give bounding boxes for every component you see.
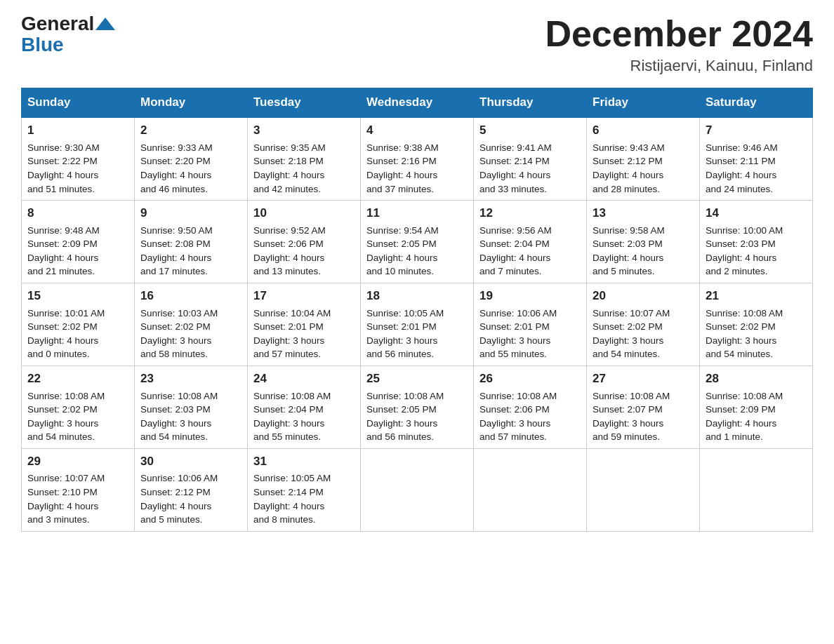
calendar-cell: 17Sunrise: 10:04 AMSunset: 2:01 PMDaylig… <box>248 283 361 365</box>
day-info-line: Sunset: 2:14 PM <box>479 154 581 168</box>
day-info-line: Sunrise: 9:58 AM <box>593 224 694 238</box>
day-info-line: Daylight: 3 hours <box>253 417 355 431</box>
calendar-cell: 16Sunrise: 10:03 AMSunset: 2:02 PMDaylig… <box>135 283 248 365</box>
day-info-line: and 10 minutes. <box>366 264 468 279</box>
day-info-line: Daylight: 3 hours <box>479 417 581 431</box>
day-info-line: Sunrise: 10:08 AM <box>593 389 694 403</box>
day-info-line: and 33 minutes. <box>479 182 581 196</box>
col-header-monday: Monday <box>135 88 248 118</box>
day-info-line: Sunrise: 10:07 AM <box>593 307 694 321</box>
day-info-line: and 59 minutes. <box>593 430 694 444</box>
day-info-line: Sunrise: 10:08 AM <box>706 307 807 321</box>
day-info-line: and 5 minutes. <box>593 264 694 279</box>
day-info-line: Daylight: 4 hours <box>706 417 807 431</box>
day-info-line: and 54 minutes. <box>27 430 128 444</box>
day-info-line: Sunset: 2:03 PM <box>140 403 241 417</box>
day-info-line: Sunset: 2:11 PM <box>706 154 807 168</box>
day-info-line: Sunset: 2:03 PM <box>706 237 807 251</box>
day-info-line: Sunrise: 9:30 AM <box>27 141 128 155</box>
day-info-line: and 24 minutes. <box>706 182 807 196</box>
day-info-line: Sunset: 2:12 PM <box>593 154 694 168</box>
col-header-thursday: Thursday <box>474 88 587 118</box>
day-number: 10 <box>253 205 355 222</box>
day-info-line: Daylight: 4 hours <box>27 334 128 348</box>
month-title: December 2024 <box>545 14 813 54</box>
day-number: 9 <box>140 205 241 222</box>
day-info-line: and 0 minutes. <box>27 347 128 361</box>
day-info-line: Daylight: 4 hours <box>706 251 807 265</box>
calendar-cell: 31Sunrise: 10:05 AMSunset: 2:14 PMDaylig… <box>248 448 361 531</box>
page-header: General Blue December 2024 Ristijaervi, … <box>21 14 813 75</box>
day-info-line: Daylight: 4 hours <box>27 168 128 182</box>
day-number: 29 <box>27 453 128 471</box>
day-info-line: Sunset: 2:02 PM <box>593 320 694 334</box>
day-info-line: and 55 minutes. <box>253 430 355 444</box>
day-info-line: Sunrise: 10:07 AM <box>27 471 128 485</box>
day-number: 20 <box>593 288 694 305</box>
day-info-line: Sunrise: 9:38 AM <box>366 141 468 155</box>
logo-blue-text: Blue <box>21 34 64 55</box>
day-number: 25 <box>366 370 468 388</box>
day-info-line: Sunset: 2:04 PM <box>253 403 355 417</box>
day-info-line: and 55 minutes. <box>479 347 581 361</box>
day-number: 19 <box>479 288 581 305</box>
day-info-line: Sunrise: 10:00 AM <box>706 224 807 238</box>
day-info-line: and 56 minutes. <box>366 347 468 361</box>
day-info-line: Sunrise: 10:05 AM <box>253 471 355 485</box>
day-info-line: Sunset: 2:01 PM <box>479 320 581 334</box>
day-info-line: Sunset: 2:04 PM <box>479 237 581 251</box>
day-info-line: Daylight: 4 hours <box>140 499 241 514</box>
day-number: 4 <box>366 122 468 140</box>
calendar-cell <box>587 448 700 531</box>
day-info-line: Sunset: 2:05 PM <box>366 403 468 417</box>
day-info-line: Daylight: 3 hours <box>593 417 694 431</box>
calendar-cell: 28Sunrise: 10:08 AMSunset: 2:09 PMDaylig… <box>700 365 813 448</box>
day-info-line: Daylight: 3 hours <box>140 334 241 348</box>
location-title: Ristijaervi, Kainuu, Finland <box>545 57 813 75</box>
calendar-header-row: SundayMondayTuesdayWednesdayThursdayFrid… <box>22 88 813 118</box>
day-info-line: Daylight: 4 hours <box>253 168 355 182</box>
day-info-line: Sunset: 2:18 PM <box>253 154 355 168</box>
day-number: 22 <box>27 370 128 388</box>
day-info-line: Sunrise: 10:06 AM <box>140 471 241 485</box>
day-info-line: Sunrise: 10:08 AM <box>706 389 807 403</box>
day-info-line: Sunset: 2:08 PM <box>140 237 241 251</box>
day-info-line: Sunset: 2:05 PM <box>366 237 468 251</box>
logo-triangle-icon <box>95 18 115 30</box>
day-info-line: Sunrise: 9:46 AM <box>706 141 807 155</box>
day-number: 11 <box>366 205 468 222</box>
day-info-line: Daylight: 4 hours <box>593 168 694 182</box>
day-info-line: and 17 minutes. <box>140 264 241 279</box>
day-info-line: Sunset: 2:12 PM <box>140 485 241 499</box>
day-number: 15 <box>27 288 128 305</box>
day-info-line: Sunrise: 10:04 AM <box>253 307 355 321</box>
col-header-friday: Friday <box>587 88 700 118</box>
col-header-sunday: Sunday <box>22 88 135 118</box>
day-info-line: Daylight: 3 hours <box>253 334 355 348</box>
day-number: 31 <box>253 453 355 471</box>
day-info-line: Sunset: 2:02 PM <box>140 320 241 334</box>
day-info-line: Sunset: 2:01 PM <box>253 320 355 334</box>
calendar-cell: 25Sunrise: 10:08 AMSunset: 2:05 PMDaylig… <box>361 365 474 448</box>
day-info-line: and 57 minutes. <box>253 347 355 361</box>
day-info-line: Sunset: 2:09 PM <box>706 403 807 417</box>
day-info-line: Daylight: 4 hours <box>366 251 468 265</box>
day-number: 16 <box>140 288 241 305</box>
day-info-line: Daylight: 4 hours <box>253 499 355 514</box>
day-info-line: and 28 minutes. <box>593 182 694 196</box>
calendar-cell: 29Sunrise: 10:07 AMSunset: 2:10 PMDaylig… <box>22 448 135 531</box>
calendar-cell: 3Sunrise: 9:35 AMSunset: 2:18 PMDaylight… <box>248 117 361 200</box>
day-info-line: Sunset: 2:06 PM <box>479 403 581 417</box>
day-info-line: Sunrise: 10:05 AM <box>366 307 468 321</box>
day-info-line: and 46 minutes. <box>140 182 241 196</box>
day-info-line: Sunrise: 9:43 AM <box>593 141 694 155</box>
day-info-line: Sunset: 2:02 PM <box>27 320 128 334</box>
calendar-cell: 27Sunrise: 10:08 AMSunset: 2:07 PMDaylig… <box>587 365 700 448</box>
calendar-cell: 24Sunrise: 10:08 AMSunset: 2:04 PMDaylig… <box>248 365 361 448</box>
day-info-line: Sunset: 2:06 PM <box>253 237 355 251</box>
day-info-line: Sunset: 2:03 PM <box>593 237 694 251</box>
day-number: 12 <box>479 205 581 222</box>
calendar-cell: 1Sunrise: 9:30 AMSunset: 2:22 PMDaylight… <box>22 117 135 200</box>
calendar-cell: 14Sunrise: 10:00 AMSunset: 2:03 PMDaylig… <box>700 201 813 283</box>
day-info-line: Sunrise: 9:56 AM <box>479 224 581 238</box>
